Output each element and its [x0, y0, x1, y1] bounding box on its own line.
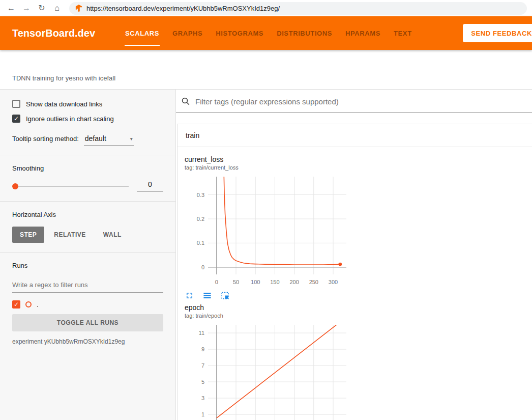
svg-text:11: 11 [199, 330, 204, 336]
tooltip-sorting-select[interactable]: default ▾ [84, 134, 134, 146]
ignore-outliers-checkbox[interactable]: ✓ Ignore outliers in chart scaling [12, 115, 163, 123]
svg-text:200: 200 [289, 279, 299, 285]
divider [0, 252, 175, 253]
axis-button-relative[interactable]: RELATIVE [46, 227, 93, 243]
tag-filter-input[interactable] [195, 97, 532, 106]
address-bar[interactable]: https://tensorboard.dev/experiment/yKUbh… [69, 2, 527, 15]
tab-distributions[interactable]: DISTRIBUTIONS [270, 16, 339, 50]
chart-card: epoch tag: train/epoch 05010015020025030… [185, 303, 351, 420]
horizontal-axis-buttons: STEPRELATIVEWALL [12, 227, 163, 243]
tensorboard-favicon-icon [75, 5, 82, 12]
selected-value: default [85, 134, 106, 143]
app-header: TensorBoard.dev SCALARSGRAPHSHISTOGRAMSD… [0, 16, 532, 50]
run-checkbox-icon[interactable]: ✓ [12, 300, 20, 309]
search-icon [181, 97, 190, 106]
svg-text:250: 250 [309, 279, 318, 285]
checkbox-icon [12, 100, 20, 108]
expand-chart-icon[interactable] [185, 291, 194, 300]
smoothing-slider-track[interactable] [18, 186, 129, 187]
svg-text:300: 300 [329, 279, 338, 285]
tag-group-card: train current_loss tag: train/current_lo… [177, 124, 532, 420]
checkbox-label: Show data download links [26, 100, 102, 108]
checkbox-icon: ✓ [12, 115, 20, 123]
tag-filter-row [176, 97, 532, 113]
fit-domain-icon[interactable] [220, 291, 230, 300]
data-table-icon[interactable] [202, 291, 212, 300]
divider [0, 155, 175, 155]
svg-text:0: 0 [201, 264, 204, 270]
chart-actions [185, 291, 351, 300]
svg-text:0: 0 [215, 279, 218, 285]
smoothing-value-input[interactable]: 0 [137, 180, 163, 192]
line-chart[interactable]: 0501001502002503001357911 [185, 321, 351, 420]
experiment-note: experiment yKUbhb5wRmOSXYkId1z9eg [12, 338, 163, 345]
svg-text:1: 1 [201, 411, 204, 417]
svg-text:50: 50 [233, 279, 239, 285]
experiment-bar: TDNN training for yesno with icefall [0, 67, 532, 90]
svg-text:0.1: 0.1 [197, 240, 204, 246]
svg-text:7: 7 [201, 362, 204, 369]
back-button[interactable]: ← [5, 2, 17, 14]
url-text: https://tensorboard.dev/experiment/yKUbh… [86, 5, 280, 12]
svg-text:5: 5 [201, 379, 204, 385]
tab-graphs[interactable]: GRAPHS [166, 16, 209, 50]
chart-title: epoch [185, 303, 351, 312]
brand-logo[interactable]: TensorBoard.dev [12, 27, 95, 39]
send-feedback-button[interactable]: SEND FEEDBACK [463, 24, 532, 42]
settings-sidebar: Show data download links ✓ Ignore outlie… [0, 90, 176, 420]
chart-title: current_loss [185, 155, 351, 163]
checkbox-label: Ignore outliers in chart scaling [26, 115, 114, 123]
runs-label: Runs [12, 262, 163, 269]
tag-group-title[interactable]: train [178, 124, 532, 147]
toggle-all-runs-button[interactable]: TOGGLE ALL RUNS [12, 314, 163, 331]
forward-button[interactable]: → [20, 2, 33, 14]
tab-hparams[interactable]: HPARAMS [339, 16, 387, 50]
header-spacer [0, 50, 532, 67]
svg-text:100: 100 [251, 279, 260, 285]
chart-tag: tag: train/epoch [185, 313, 351, 319]
scalars-dashboard: train current_loss tag: train/current_lo… [176, 90, 532, 420]
smoothing-slider-thumb[interactable] [12, 183, 18, 189]
axis-button-step[interactable]: STEP [12, 227, 44, 243]
runs-filter-input[interactable] [12, 277, 163, 293]
home-button[interactable]: ⌂ [51, 2, 63, 14]
svg-text:0.3: 0.3 [197, 192, 204, 198]
run-row[interactable]: ✓ . [12, 300, 163, 309]
tab-scalars[interactable]: SCALARS [119, 16, 166, 50]
horizontal-axis-label: Horizontal Axis [12, 211, 163, 218]
reload-button[interactable]: ↻ [36, 2, 48, 14]
chart-tag: tag: train/current_loss [185, 164, 351, 171]
tab-text[interactable]: TEXT [387, 16, 419, 50]
divider [0, 201, 175, 202]
svg-text:0.2: 0.2 [197, 216, 204, 222]
tooltip-sorting-label: Tooltip sorting method: [12, 135, 79, 143]
svg-text:150: 150 [270, 279, 279, 285]
axis-button-wall[interactable]: WALL [96, 227, 129, 243]
line-chart[interactable]: 05010015020025030000.10.20.3 [185, 173, 351, 290]
nav-tabs: SCALARSGRAPHSHISTOGRAMSDISTRIBUTIONSHPAR… [119, 16, 419, 50]
show-download-links-checkbox[interactable]: Show data download links [12, 100, 163, 108]
run-name: . [37, 301, 39, 309]
svg-text:3: 3 [201, 395, 204, 401]
svg-text:9: 9 [201, 346, 204, 352]
browser-chrome: ← → ↻ ⌂ https://tensorboard.dev/experime… [0, 0, 532, 16]
chevron-down-icon: ▾ [130, 136, 133, 142]
experiment-title: TDNN training for yesno with icefall [12, 74, 115, 82]
run-color-icon [25, 301, 32, 307]
tab-histograms[interactable]: HISTOGRAMS [209, 16, 270, 50]
chart-card: current_loss tag: train/current_loss 050… [185, 155, 351, 300]
smoothing-label: Smoothing [12, 164, 163, 172]
